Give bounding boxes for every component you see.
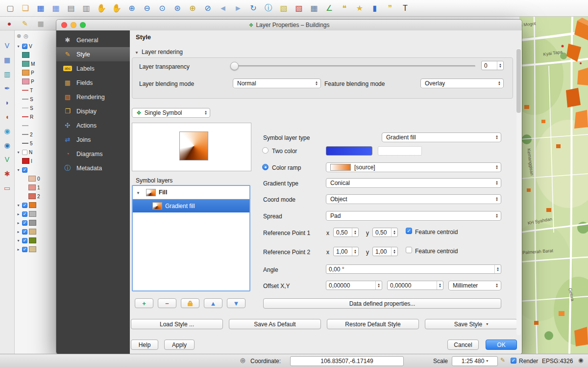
new-shapefile-layer-icon[interactable]: ✱ [2, 169, 12, 178]
ref2-y-spinbox[interactable]: 1,00 [372, 247, 398, 256]
layer-row[interactable]: ▸ [15, 210, 58, 218]
layer-row[interactable]: R [15, 112, 58, 121]
layer-row[interactable]: M [15, 59, 58, 68]
layer-row[interactable]: I [15, 157, 58, 165]
save-as-default-button[interactable]: Save As Default [229, 319, 321, 329]
save-layer-edits-icon[interactable]: ▦ [35, 18, 46, 29]
move-layer-up-button[interactable]: ▲ [204, 298, 222, 308]
layer-blending-dropdown[interactable]: Normal [233, 79, 321, 88]
minimize-window-icon[interactable] [71, 22, 76, 28]
zoom-next-icon[interactable]: ► [233, 3, 244, 14]
layer-row[interactable]: ▾ [15, 165, 58, 174]
save-project-as-icon[interactable]: ▦ [50, 3, 61, 14]
layer-row[interactable]: ▸ [15, 218, 58, 227]
remove-layer-icon[interactable]: ▭ [2, 184, 12, 192]
layer-rendering-toggle[interactable]: Layer rendering [135, 49, 183, 55]
zoom-to-selection-icon[interactable]: ⊕ [187, 3, 198, 14]
expand-arrow-icon[interactable]: ▸ [16, 230, 21, 234]
stepper-icon[interactable] [391, 228, 397, 237]
pan-map-icon[interactable]: ✋ [96, 3, 107, 14]
layer-visibility-checkbox[interactable] [22, 150, 27, 155]
ref2-feature-centroid-checkbox[interactable] [406, 247, 412, 253]
open-project-icon[interactable]: ❏ [20, 3, 31, 14]
layer-row[interactable]: ▾N [15, 148, 58, 157]
new-project-icon[interactable]: ▢ [5, 3, 16, 14]
render-checkbox[interactable] [511, 358, 516, 364]
tree-item-fill[interactable]: Fill [133, 186, 249, 199]
layer-row[interactable] [15, 121, 58, 130]
stepper-icon[interactable] [437, 281, 443, 289]
transparency-spinbox[interactable]: 0 [481, 61, 504, 70]
map-canvas[interactable]: Daan MogotKyai TapaKemanggisanKH Syahdan… [519, 17, 588, 354]
two-color-radio[interactable] [262, 147, 269, 154]
zoom-window-icon[interactable] [80, 22, 86, 28]
add-symbol-layer-button[interactable]: + [135, 298, 153, 308]
lock-color-button[interactable] [181, 298, 199, 308]
zoom-to-layer-icon[interactable]: ⊘ [202, 3, 213, 14]
layer-row[interactable]: S [15, 95, 58, 104]
data-defined-properties-button[interactable]: Data defined properties... [263, 298, 501, 309]
current-edits-icon[interactable]: ● [4, 18, 15, 29]
color-ramp-dropdown[interactable]: [source] [326, 162, 501, 172]
gradient-type-dropdown[interactable]: Conical [326, 178, 501, 188]
sidebar-item-actions[interactable]: ✣Actions [56, 118, 130, 132]
expand-arrow-icon[interactable]: ▸ [16, 212, 21, 216]
layer-row[interactable]: T [15, 86, 58, 95]
layer-row[interactable]: 2 [15, 192, 58, 201]
pan-to-selection-icon[interactable]: ✋ [111, 3, 122, 14]
expand-arrow-icon[interactable]: ▾ [16, 150, 21, 155]
stepper-icon[interactable] [352, 228, 358, 237]
add-mssql-layer-icon[interactable]: ◗ [2, 98, 12, 107]
toggle-editing-icon[interactable]: ✎ [20, 18, 30, 29]
layer-row[interactable]: P [15, 77, 58, 86]
layer-visibility-checkbox[interactable] [22, 238, 27, 243]
zoom-in-icon[interactable]: ⊕ [126, 3, 137, 14]
stepper-icon[interactable] [497, 61, 503, 70]
crs-status[interactable]: EPSG:4326 [542, 358, 573, 365]
sidebar-item-general[interactable]: ✱General [56, 33, 130, 47]
save-project-icon[interactable]: ▦ [35, 3, 46, 14]
add-wms-layer-icon[interactable]: ◉ [2, 127, 12, 135]
layer-visibility-checkbox[interactable] [22, 44, 27, 49]
labeling-icon[interactable]: T [400, 3, 411, 14]
layer-row[interactable]: ▸ [15, 245, 58, 254]
expand-arrow-icon[interactable]: ▾ [16, 203, 21, 208]
sidebar-item-metadata[interactable]: ⓘMetadata [56, 161, 130, 175]
ok-button[interactable]: OK [486, 340, 517, 350]
panel-close-icon[interactable]: ⊗ [17, 33, 21, 39]
sidebar-item-joins[interactable]: ⇄Joins [56, 132, 130, 147]
expand-arrow-icon[interactable]: ▾ [16, 238, 21, 243]
ref1-y-spinbox[interactable]: 0,50 [372, 228, 398, 237]
color-one-button[interactable] [326, 146, 372, 156]
layer-row[interactable]: 1 [15, 183, 58, 192]
offset-y-spinbox[interactable]: 0,00000 [387, 281, 443, 290]
composer-manager-icon[interactable]: ▥ [81, 3, 92, 14]
layer-visibility-checkbox[interactable] [22, 247, 27, 252]
load-style-button[interactable]: Load Style ... [131, 319, 223, 329]
tree-item-gradient-fill[interactable]: Gradient fill [133, 199, 249, 212]
renderer-dropdown[interactable]: Single Symbol [132, 108, 210, 118]
restore-default-style-button[interactable]: Restore Default Style [327, 319, 419, 329]
map-tips-icon[interactable]: ❝ [339, 3, 350, 14]
zoom-out-icon[interactable]: ⊖ [142, 3, 152, 14]
offset-unit-dropdown[interactable]: Millimeter [448, 281, 501, 290]
help-button[interactable]: Help [131, 340, 158, 350]
refresh-map-icon[interactable]: ↻ [248, 3, 259, 14]
add-wfs-layer-icon[interactable]: V [2, 155, 12, 164]
transparency-slider[interactable] [233, 65, 475, 67]
layer-row[interactable]: S [15, 104, 58, 112]
sidebar-item-fields[interactable]: ▦Fields [56, 76, 130, 90]
add-vector-layer-icon[interactable]: V [2, 41, 12, 50]
layer-row[interactable]: ▾ [15, 201, 58, 210]
spread-dropdown[interactable]: Pad [326, 211, 501, 221]
move-layer-down-button[interactable]: ▼ [227, 298, 245, 308]
color-two-button[interactable] [378, 146, 422, 156]
add-spatialite-layer-icon[interactable]: ✒ [2, 84, 12, 93]
close-window-icon[interactable] [61, 22, 67, 28]
dialog-titlebar[interactable]: Layer Properties – Buildings [56, 20, 522, 31]
text-annotation-icon[interactable]: ❞ [385, 3, 395, 14]
sidebar-item-display[interactable]: ❐Display [56, 104, 130, 118]
expand-arrow-icon[interactable]: ▾ [16, 44, 21, 49]
new-print-composer-icon[interactable]: ▤ [66, 3, 76, 14]
layer-visibility-checkbox[interactable] [22, 229, 27, 235]
